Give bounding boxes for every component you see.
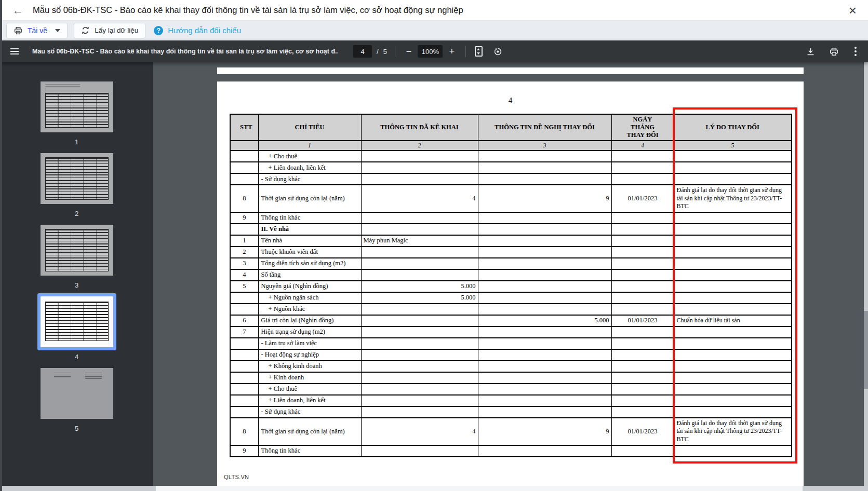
more-options-icon[interactable] [852,46,859,57]
cell-reason [674,326,792,338]
column-number [230,141,258,151]
page-thumbnail[interactable] [41,81,113,132]
zoom-in-button[interactable]: + [446,47,458,56]
thumbnail-page-number: 1 [41,138,113,146]
zoom-level[interactable]: 100% [418,45,443,58]
cell-stt: 4 [230,269,258,281]
cell-declared [361,247,478,258]
download-button-label: Tải về [28,26,47,35]
cell-stt: 3 [230,258,258,269]
close-icon[interactable]: × [849,4,857,17]
column-number: 1 [258,141,361,151]
guide-link-label: Hướng dẫn đối chiếu [168,26,241,35]
table-row: + Cho thuê [230,151,792,162]
cell-change-date [611,361,674,372]
cell-label: Thông tin khác [258,445,361,457]
cell-label: Hiện trạng sử dụng (m2) [258,326,361,338]
table-row: + Không kinh doanh [230,361,792,372]
column-number: 5 [674,141,792,151]
printer-icon [14,26,23,35]
fit-page-icon[interactable] [475,46,483,57]
cell-declared [361,349,478,361]
cell-proposed: 5.000 [478,315,611,326]
cell-reason [674,212,792,224]
guide-link[interactable]: ? Hướng dẫn đối chiếu [154,26,241,35]
cell-stt: 9 [230,212,258,224]
document-page-number: 4 [217,96,804,105]
print-icon[interactable] [829,47,839,57]
cell-stt [230,224,258,235]
cell-declared [361,395,478,406]
page-total: 5 [383,48,387,56]
cell-change-date [611,151,674,162]
cell-stt [230,384,258,395]
cell-change-date [611,173,674,185]
horizontal-scrollbar-thumb[interactable] [156,486,803,491]
cell-declared: 5.000 [361,292,478,304]
reload-data-button[interactable]: Lấy lại dữ liệu [74,23,145,38]
cell-declared: 4 [361,185,478,212]
cell-declared [361,162,478,173]
column-number: 3 [478,141,611,151]
cell-label: - Sử dụng khác [258,406,361,418]
page-number-input[interactable] [353,45,372,58]
question-icon: ? [154,26,163,35]
table-row: + Cho thuê [230,384,792,395]
page-thumbnail[interactable] [41,153,113,204]
cell-reason: Đánh giá lại do thay đổi thời gian sử dụ… [674,185,792,212]
cell-stt: 6 [230,315,258,326]
thumbnail-item: 2 [41,153,113,217]
page-thumbnail[interactable] [41,225,113,276]
zoom-out-button[interactable]: − [403,47,415,56]
cell-label: Giá trị còn lại (Nghìn đồng) [258,315,361,326]
vertical-scrollbar-thumb[interactable] [864,311,868,389]
column-number: 2 [361,141,478,151]
rotate-icon[interactable] [493,47,503,57]
cell-reason [674,304,792,315]
page-thumbnail[interactable] [41,368,113,419]
table-row: + Liên doanh, liên kết [230,395,792,406]
cell-declared [361,269,478,281]
cell-label: Thông tin khác [258,212,361,224]
cell-change-date [611,338,674,349]
download-icon[interactable] [806,47,816,57]
cell-label: Thời gian sử dụng còn lại (năm) [258,185,361,212]
cell-reason [674,151,792,162]
horizontal-scrollbar[interactable] [0,486,868,491]
cell-reason [674,361,792,372]
cell-proposed: 9 [478,418,611,445]
table-row: - Hoạt động sự nghiệp [230,349,792,361]
cell-declared [361,372,478,384]
cell-stt: 8 [230,418,258,445]
cell-reason [674,235,792,247]
cell-label: - Hoạt động sự nghiệp [258,349,361,361]
cell-declared [361,151,478,162]
cell-stt: 9 [230,445,258,457]
cell-change-date [611,212,674,224]
cell-stt [230,361,258,372]
cell-stt [230,338,258,349]
table-row: - Sử dụng khác [230,406,792,418]
cell-stt [230,292,258,304]
cell-change-date [611,395,674,406]
table-row: + Nguồn ngân sách5.000 [230,292,792,304]
cell-proposed [478,406,611,418]
thumbnail-item: 1 [41,81,113,146]
titlebar: ← Mẫu số 06b-ĐK-TSC - Báo cáo kê khai th… [0,0,868,21]
cell-reason [674,445,792,457]
table-row: 8Thời gian sử dụng còn lại (năm)4901/01/… [230,418,792,445]
download-button[interactable]: Tải về [6,23,68,38]
cell-change-date [611,269,674,281]
back-arrow-icon[interactable]: ← [12,5,23,16]
cell-change-date [611,384,674,395]
cell-proposed [478,258,611,269]
cell-proposed [478,224,611,235]
cell-change-date [611,281,674,292]
menu-icon[interactable] [8,46,21,57]
table-header: THÔNG TIN ĐÃ KÊ KHAI [361,114,478,141]
cell-reason [674,247,792,258]
cell-label: Tổng diện tích sàn sử dụng (m2) [258,258,361,269]
toolbar-divider [395,46,395,57]
vertical-scrollbar[interactable] [864,62,868,491]
page-thumbnail[interactable] [41,296,113,347]
